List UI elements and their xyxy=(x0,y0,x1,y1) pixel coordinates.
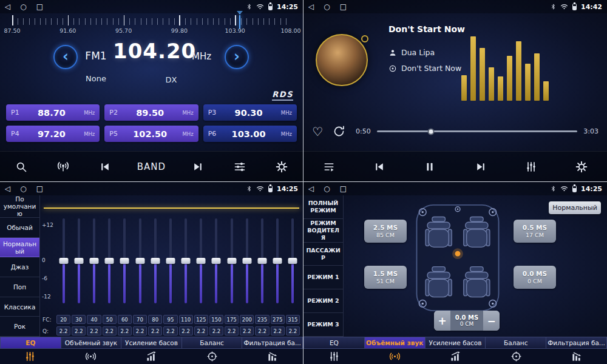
delay-front-left[interactable]: 2.5 MS85 CM xyxy=(364,220,407,243)
nav-home-icon[interactable]: ○ xyxy=(324,3,330,10)
progress-knob[interactable] xyxy=(427,128,434,135)
tune-up-button[interactable]: › xyxy=(225,45,249,69)
nav-recents-icon[interactable]: □ xyxy=(340,3,347,10)
repeat-icon[interactable] xyxy=(329,125,350,138)
tab-bass-boost-icon[interactable] xyxy=(121,349,182,364)
eq-slider-knob[interactable] xyxy=(74,258,83,264)
eq-slider-knob[interactable] xyxy=(197,258,206,264)
preset-button-p3[interactable]: P390.30MHz xyxy=(203,104,297,121)
eq-band-slider[interactable] xyxy=(239,215,254,307)
eq-slider-knob[interactable] xyxy=(135,258,144,264)
progress-bar[interactable] xyxy=(377,130,578,132)
mode-1[interactable]: РЕЖИМ 1 xyxy=(304,266,343,289)
tab-eq-icon[interactable] xyxy=(304,349,364,364)
preset-button-p6[interactable]: P6103.00MHz xyxy=(203,126,297,142)
delay-minus-button[interactable]: − xyxy=(483,311,500,331)
eq-band-slider[interactable] xyxy=(224,215,239,307)
tab-eq[interactable]: EQ xyxy=(0,337,61,349)
mode-3[interactable]: РЕЖИМ 3 xyxy=(304,313,343,337)
preset-button-p5[interactable]: P5102.50MHz xyxy=(104,126,198,142)
eq-preset-pop[interactable]: Поп xyxy=(0,277,39,297)
tab-filter-icon[interactable] xyxy=(242,349,303,364)
nav-recents-icon[interactable]: □ xyxy=(340,185,347,192)
tab-eq[interactable]: EQ xyxy=(304,337,364,349)
tab-eq-icon[interactable] xyxy=(0,349,61,364)
tab-bass-boost-icon[interactable] xyxy=(425,349,486,364)
previous-track-button[interactable] xyxy=(369,161,390,173)
tab-balance-icon[interactable] xyxy=(486,349,546,364)
eq-preset-custom[interactable]: Обычай xyxy=(0,218,39,238)
preset-button-p4[interactable]: P497.20MHz xyxy=(6,126,100,142)
band-button[interactable]: BAND xyxy=(137,161,166,172)
eq-band-slider[interactable] xyxy=(209,215,224,307)
tune-down-button[interactable]: ‹ xyxy=(53,45,78,69)
nav-back-icon[interactable]: ◁ xyxy=(5,185,10,192)
eq-slider-knob[interactable] xyxy=(242,258,251,264)
tab-filter[interactable]: Фильтрация ба... xyxy=(546,337,607,349)
eq-sliders-button[interactable] xyxy=(521,161,541,173)
nav-home-icon[interactable]: ○ xyxy=(20,185,26,192)
tab-bass-boost[interactable]: Усиление басов xyxy=(121,337,181,349)
eq-band-slider[interactable] xyxy=(132,215,148,307)
eq-slider-knob[interactable] xyxy=(288,258,297,264)
eq-preset-classic[interactable]: Классика xyxy=(0,297,39,317)
mode-driver[interactable]: РЕЖИМ ВОДИТЕЛЯ xyxy=(304,219,343,243)
nav-back-icon[interactable]: ◁ xyxy=(308,185,314,192)
tab-balance[interactable]: Баланс xyxy=(181,337,242,349)
nav-recents-icon[interactable]: □ xyxy=(36,185,43,192)
nav-recents-icon[interactable]: □ xyxy=(36,3,43,10)
mode-2[interactable]: РЕЖИМ 2 xyxy=(304,289,343,313)
nav-back-icon[interactable]: ◁ xyxy=(5,3,10,10)
tab-surround[interactable]: Объёмный звук xyxy=(61,337,121,349)
eq-slider-knob[interactable] xyxy=(166,258,175,264)
eq-band-slider[interactable] xyxy=(194,215,209,307)
eq-slider-knob[interactable] xyxy=(227,258,236,264)
eq-band-slider[interactable] xyxy=(117,215,132,307)
eq-band-slider[interactable] xyxy=(148,215,163,307)
previous-station-button[interactable] xyxy=(95,161,115,173)
eq-band-slider[interactable] xyxy=(285,215,300,307)
frequency-ruler[interactable]: 87.5091.6095.7099.80103.90108.00 xyxy=(12,15,291,42)
nav-home-icon[interactable]: ○ xyxy=(20,3,26,10)
tab-surround-icon[interactable] xyxy=(364,349,425,364)
radio-seek-button[interactable] xyxy=(53,160,73,174)
eq-preset-default[interactable]: По умолчанию xyxy=(0,195,39,218)
pause-button[interactable] xyxy=(419,161,440,173)
eq-preset-normal[interactable]: Нормальный xyxy=(0,238,39,258)
nav-back-icon[interactable]: ◁ xyxy=(308,3,314,10)
delay-rear-left[interactable]: 1.5 MS51 CM xyxy=(364,266,407,289)
tab-surround-icon[interactable] xyxy=(61,349,121,364)
tab-surround[interactable]: Объёмный звук xyxy=(364,337,425,349)
nav-home-icon[interactable]: ○ xyxy=(324,185,330,192)
tab-balance-icon[interactable] xyxy=(181,349,242,364)
surround-preset-button[interactable]: Нормальный xyxy=(549,201,601,214)
eq-band-slider[interactable] xyxy=(56,215,71,307)
eq-band-slider[interactable] xyxy=(71,215,86,307)
settings-button[interactable] xyxy=(571,161,592,173)
eq-slider-knob[interactable] xyxy=(212,258,221,264)
eq-slider-knob[interactable] xyxy=(105,258,114,264)
search-button[interactable] xyxy=(11,161,32,173)
next-station-button[interactable] xyxy=(188,161,208,173)
tab-filter[interactable]: Фильтрация ба... xyxy=(242,337,303,349)
mode-full[interactable]: ПОЛНЫЙ РЕЖИМ xyxy=(304,195,343,219)
eq-slider-knob[interactable] xyxy=(59,258,68,264)
eq-band-slider[interactable] xyxy=(102,215,117,307)
tab-bass-boost[interactable]: Усиление басов xyxy=(425,337,486,349)
eq-slider-knob[interactable] xyxy=(273,258,282,264)
delay-rear-right[interactable]: 0.0 MS0 CM xyxy=(514,266,556,289)
eq-slider-knob[interactable] xyxy=(181,258,191,264)
eq-slider-knob[interactable] xyxy=(89,258,98,264)
delay-front-right[interactable]: 0.5 MS17 CM xyxy=(514,220,556,243)
eq-band-slider[interactable] xyxy=(178,215,194,307)
preset-button-p1[interactable]: P188.70MHz xyxy=(6,104,100,121)
mode-passenger[interactable]: ПАССАЖИР xyxy=(304,243,343,266)
eq-slider-knob[interactable] xyxy=(258,258,267,264)
eq-band-slider[interactable] xyxy=(254,215,270,307)
eq-band-slider[interactable] xyxy=(163,215,178,307)
album-art[interactable] xyxy=(316,34,368,86)
tune-sliders-button[interactable] xyxy=(229,161,250,173)
eq-slider-knob[interactable] xyxy=(151,258,160,264)
eq-slider-knob[interactable] xyxy=(120,258,129,264)
eq-preset-rock[interactable]: Рок xyxy=(0,317,39,337)
